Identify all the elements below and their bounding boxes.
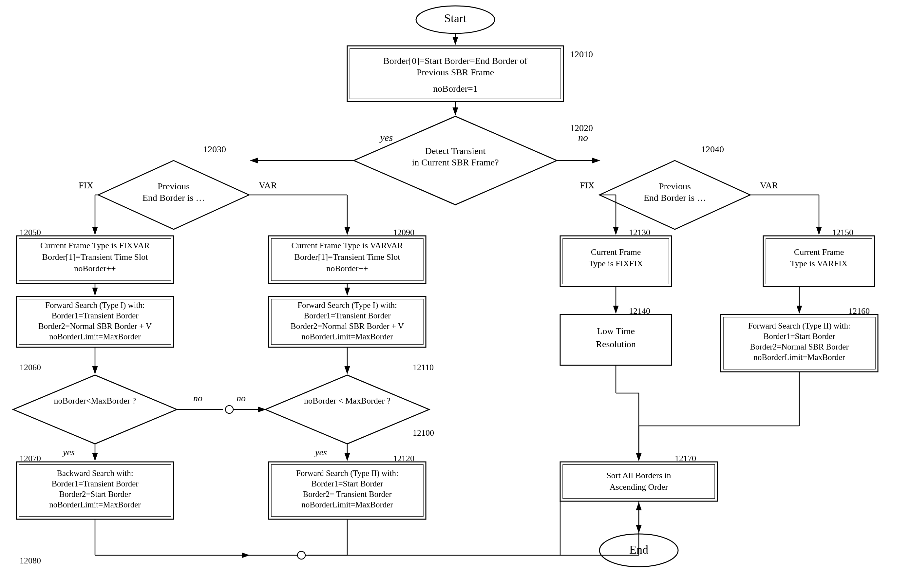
label-12010: 12010 xyxy=(570,49,593,59)
flowchart-diagram: Start Border[0]=Start Border=End Border … xyxy=(0,0,911,588)
svg-rect-19 xyxy=(560,462,717,501)
label-12020: 12020 xyxy=(570,123,593,133)
node-12030-line2: End Border is … xyxy=(142,192,205,203)
label-12050: 12050 xyxy=(19,228,41,237)
start-label: Start xyxy=(444,12,467,25)
label-12110: 12110 xyxy=(413,363,434,372)
node-12090-line1: Current Frame Type is VARVAR xyxy=(292,241,404,250)
node-12010-line2: Previous SBR Frame xyxy=(417,67,494,77)
node-12070-line4: noBorderLimit=MaxBorder xyxy=(49,500,141,509)
node-12120-line4: noBorderLimit=MaxBorder xyxy=(301,500,393,509)
node-12070-line2: Border1=Transient Border xyxy=(52,479,139,488)
label-fix-left: FIX xyxy=(79,180,94,190)
node-12050-line2: Border[1]=Transient Time Slot xyxy=(42,252,149,262)
node-12110-line1: noBorder < MaxBorder ? xyxy=(304,396,391,405)
node-12120-line1: Forward Search (Type II) with: xyxy=(296,469,398,478)
label-12070: 12070 xyxy=(19,454,41,463)
node-12090-line3: noBorder++ xyxy=(326,264,368,273)
node-12010-line1: Border[0]=Start Border=End Border of xyxy=(383,56,527,66)
node-12040-line2: End Border is … xyxy=(644,192,706,203)
label-no-12060: no xyxy=(193,393,202,403)
node-12150-line1: Current Frame xyxy=(794,247,844,257)
node-12090-line2: Border[1]=Transient Time Slot xyxy=(294,252,401,262)
node-12120-line2: Border1=Start Border xyxy=(312,479,384,488)
node-12150-line2: Type is VARFIX xyxy=(790,259,848,268)
node-12050-line3: noBorder++ xyxy=(74,264,116,273)
node-12040-line1: Previous xyxy=(659,181,691,191)
node-12140-line2: Resolution xyxy=(596,339,635,349)
label-12130: 12130 xyxy=(629,228,650,237)
label-var-right: VAR xyxy=(760,180,779,190)
node-12140-line1: Low Time xyxy=(597,326,635,336)
node-12020-line2: in Current SBR Frame? xyxy=(412,157,499,167)
svg-point-47 xyxy=(297,551,305,559)
node-fwd2-line2: Border1=Transient Border xyxy=(304,311,391,320)
label-fix-right: FIX xyxy=(580,180,594,190)
svg-point-39 xyxy=(225,405,233,414)
label-yes-12060: yes xyxy=(62,447,75,457)
node-12170-line2: Ascending Order xyxy=(610,482,668,492)
label-12150: 12150 xyxy=(832,228,853,237)
node-fwd2-line4: noBorderLimit=MaxBorder xyxy=(301,332,393,341)
label-yes: yes xyxy=(380,132,393,143)
node-fwd1-line4: noBorderLimit=MaxBorder xyxy=(49,332,141,341)
node-fwd2-line1: Forward Search (Type I) with: xyxy=(297,301,397,310)
node-12170-line1: Sort All Borders in xyxy=(606,471,671,480)
svg-marker-13 xyxy=(265,375,429,444)
node-12160-line4: noBorderLimit=MaxBorder xyxy=(753,353,845,362)
node-12070-line3: Border2=Start Border xyxy=(59,490,131,499)
label-no-12110-left: no xyxy=(236,393,246,403)
label-12100: 12100 xyxy=(413,428,434,438)
node-12160-line2: Border1=Start Border xyxy=(764,332,836,341)
node-12160-line1: Forward Search (Type II) with: xyxy=(748,321,850,331)
svg-marker-9 xyxy=(13,375,177,444)
label-12080: 12080 xyxy=(19,556,41,565)
label-var-left: VAR xyxy=(259,180,277,190)
node-12130-line1: Current Frame xyxy=(591,247,641,257)
node-12030-line1: Previous xyxy=(158,181,190,191)
node-fwd2-line3: Border2=Normal SBR Border + V xyxy=(291,321,404,331)
label-yes-12110: yes xyxy=(314,447,327,457)
label-no-right: no xyxy=(578,132,588,143)
label-12160: 12160 xyxy=(848,306,870,316)
node-12070-line1: Backward Search with: xyxy=(57,469,133,478)
node-12050-line1: Current Frame Type is FIXVAR xyxy=(40,241,150,250)
label-12120: 12120 xyxy=(393,454,414,463)
node-fwd1-line2: Border1=Transient Border xyxy=(52,311,139,320)
label-12090: 12090 xyxy=(393,228,414,237)
label-12030: 12030 xyxy=(203,144,226,154)
label-12140: 12140 xyxy=(629,306,650,316)
node-12010-line3: noBorder=1 xyxy=(433,84,478,94)
node-12130-line2: Type is FIXFIX xyxy=(589,259,643,268)
node-12060-line1: noBorder<MaxBorder ? xyxy=(54,396,136,405)
node-12120-line3: Border2= Transient Border xyxy=(303,490,392,499)
label-12060: 12060 xyxy=(19,363,41,372)
node-fwd1-line3: Border2=Normal SBR Border + V xyxy=(38,321,152,331)
label-12040: 12040 xyxy=(701,144,724,154)
node-fwd1-line1: Forward Search (Type I) with: xyxy=(45,301,145,310)
label-12170: 12170 xyxy=(675,454,696,463)
node-12160-line3: Border2=Normal SBR Border xyxy=(750,342,849,351)
node-12020-line1: Detect Transient xyxy=(425,146,486,156)
